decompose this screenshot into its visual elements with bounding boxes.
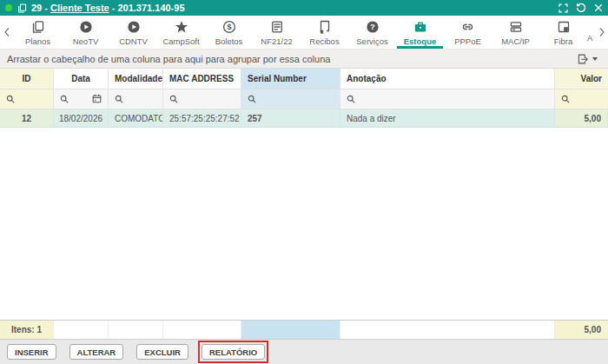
filter-row [0,89,608,109]
footer-cell-serial [241,321,340,339]
calendar-icon[interactable] [92,91,102,107]
cell-anotacao: Nada a dizer [340,109,555,128]
table-header-row: ID Data Modalidade MAC ADDRESS Serial Nu… [0,69,608,89]
cell-serial: 257 [241,109,340,128]
alterar-button[interactable]: ALTERAR [69,344,124,360]
tabs-scroll-left[interactable] [0,16,14,49]
footer-cell-anotacao [340,321,555,339]
maximize-icon[interactable] [558,3,568,13]
filter-mac[interactable] [163,89,241,109]
filter-id[interactable] [0,89,54,109]
window-titlebar: 29 - Cliente Teste - 201.371.140-95 [0,0,608,16]
column-header-anotacao[interactable]: Anotação [340,69,555,89]
tab-planos[interactable]: Planos [14,16,62,49]
tab-neotv[interactable]: NeoTV [62,16,109,49]
svg-text:?: ? [370,22,375,31]
tab-campsoft[interactable]: CampSoft [157,16,205,49]
tab-nf2122[interactable]: NF21/22 [253,16,301,49]
cell-mac: 25:57:25:25:27:52 [163,109,241,128]
table-footer-row: Itens: 1 5,00 [0,320,608,339]
footer-cell-data [54,321,109,339]
footer-cell-modalidade [109,321,163,339]
column-header-mac[interactable]: MAC ADDRESS [163,69,241,89]
cell-valor: 5,00 [555,109,608,128]
client-name-link[interactable]: Cliente Teste [50,3,109,13]
svg-text:$: $ [227,23,231,31]
window-title: 29 - Cliente Teste - 201.371.140-95 [31,3,185,13]
filter-serial[interactable] [241,89,340,109]
tab-boletos[interactable]: $ Boletos [205,16,253,49]
export-button[interactable] [577,53,598,65]
tab-estoque[interactable]: Estoque [396,16,444,49]
refresh-icon[interactable] [576,3,586,13]
tab-macip[interactable]: MAC/IP [492,16,539,49]
tab-recibos[interactable]: Recibos [301,16,348,49]
group-by-bar[interactable]: Arrastar o cabeçalho de uma coluna para … [0,50,608,69]
filter-anotacao[interactable] [340,89,555,109]
filter-data[interactable] [54,89,109,109]
excluir-button[interactable]: EXCLUIR [136,344,188,360]
tab-pppoe[interactable]: PPPoE [444,16,492,49]
relatorio-button[interactable]: RELATÓRIO [202,344,265,360]
tab-servicos[interactable]: ? Serviços [348,16,396,49]
close-icon[interactable] [594,3,603,12]
filter-modalidade[interactable] [109,89,163,109]
column-header-modalidade[interactable]: Modalidade [109,69,163,89]
cell-data: 18/02/2026 [54,109,109,128]
cell-modalidade: COMODATO [109,109,163,128]
column-header-id[interactable]: ID [0,69,54,89]
tab-fibra[interactable]: Fibra [539,16,587,49]
action-bar: INSERIR ALTERAR EXCLUIR RELATÓRIO [0,339,608,364]
footer-cell-mac [163,321,241,339]
table-row[interactable]: 12 18/02/2026 COMODATO 25:57:25:25:27:52… [0,109,608,128]
column-header-valor[interactable]: Valor [555,69,608,89]
cell-id: 12 [0,109,54,128]
footer-items-count: Itens: 1 [0,321,54,339]
tab-partial[interactable]: A [587,16,596,49]
column-header-serial[interactable]: Serial Number [241,69,340,89]
tab-bar: Planos NeoTV CDNTV CampSoft $ Boletos NF… [0,16,608,50]
group-by-hint: Arrastar o cabeçalho de uma coluna para … [7,54,330,64]
tab-cdntv[interactable]: CDNTV [109,16,157,49]
footer-total-valor: 5,00 [555,321,608,339]
column-header-data[interactable]: Data [54,69,109,89]
online-status-dot [5,4,12,11]
inserir-button[interactable]: INSERIR [7,344,56,360]
export-caret-icon [592,57,598,61]
table-empty-area [0,128,608,320]
tabs-scroll-right[interactable] [596,16,608,49]
filter-valor[interactable] [555,89,608,109]
copy-icon[interactable] [17,3,27,13]
annotation-highlight-box: RELATÓRIO [202,344,265,360]
